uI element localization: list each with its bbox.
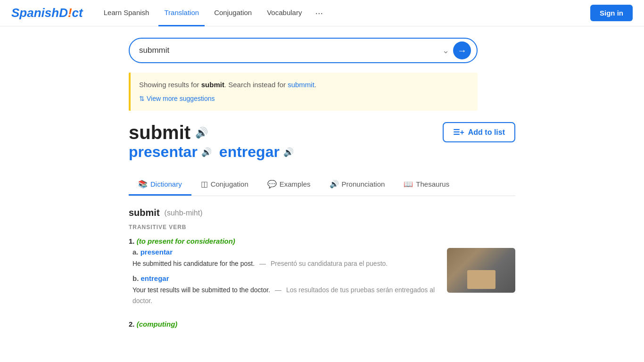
translations-row: presentar 🔊 entregar 🔊 xyxy=(129,143,294,161)
add-to-list-icon: ☰+ xyxy=(453,128,464,137)
word-text: submit xyxy=(129,122,190,143)
definition-image xyxy=(447,248,515,293)
translation-word-text-2: entregar xyxy=(219,143,280,161)
translation-audio-icon-1[interactable]: 🔊 xyxy=(201,147,212,157)
tab-examples-label: Examples xyxy=(280,180,311,188)
sub-letter-b: b. xyxy=(132,274,139,282)
example-sentence-b: Your test results will be submitted to t… xyxy=(132,285,436,306)
definition-2: 2. (computing) xyxy=(129,320,515,328)
def-num-text-1: 1. xyxy=(129,237,135,245)
dict-word: submit xyxy=(129,207,160,218)
def-row-1: a. presentar He submitted his candidatur… xyxy=(129,248,515,312)
tab-dictionary-label: Dictionary xyxy=(150,180,182,188)
example-sentence-a: He submitted his candidature for the pos… xyxy=(132,258,436,269)
sub-letter-a: a. xyxy=(132,248,139,256)
sub-def-b: b. entregar Your test results will be su… xyxy=(129,274,436,306)
tab-conjugation-label: Conjugation xyxy=(211,180,248,188)
search-button[interactable]: → xyxy=(453,41,471,59)
main-nav: Learn Spanish Translation Conjugation Vo… xyxy=(98,0,590,26)
def-number-1: 1. (to present for consideration) xyxy=(129,237,515,245)
correction-notice: Showing results for submit. Search inste… xyxy=(129,73,478,111)
search-dropdown-icon[interactable]: ⌄ xyxy=(438,45,453,56)
nav-item-vocabulary[interactable]: Vocabulary xyxy=(261,0,307,26)
tab-pronunciation[interactable]: 🔊 Pronunciation xyxy=(320,174,395,196)
tab-pronunciation-label: Pronunciation xyxy=(342,180,385,188)
translation-presentar[interactable]: presentar 🔊 xyxy=(129,143,212,161)
nav-item-translation[interactable]: Translation xyxy=(158,0,205,26)
definition-image-inner xyxy=(447,248,515,293)
suggestions-label: View more suggestions xyxy=(147,93,215,104)
add-to-list-label: Add to list xyxy=(468,128,505,137)
translation-word-text-1: presentar xyxy=(129,143,198,161)
tab-examples[interactable]: 💬 Examples xyxy=(258,174,320,196)
word-phonetic-row: submit (suhb-miht) xyxy=(129,207,515,218)
main-content: ⌄ → Showing results for submit. Search i… xyxy=(110,26,534,348)
header: SpanishD!ct Learn Spanish Translation Co… xyxy=(0,0,644,26)
tab-dictionary[interactable]: 📚 Dictionary xyxy=(129,174,191,196)
sign-in-button[interactable]: Sign in xyxy=(590,5,633,21)
tab-examples-icon: 💬 xyxy=(267,180,277,189)
word-title: submit 🔊 xyxy=(129,122,294,143)
sub-def-a: a. presentar He submitted his candidatur… xyxy=(129,248,436,269)
separator-b: — xyxy=(275,286,281,294)
tab-dictionary-icon: 📚 xyxy=(138,180,148,189)
corrected-word[interactable]: submit xyxy=(201,81,224,89)
pos-label: TRANSITIVE VERB xyxy=(129,224,515,230)
example-en-b: Your test results will be submitted to t… xyxy=(132,286,270,294)
def-num-text-2: 2. xyxy=(129,320,135,328)
def-number-2: 2. (computing) xyxy=(129,320,515,328)
nav-item-learn-spanish[interactable]: Learn Spanish xyxy=(98,0,155,26)
correction-prefix: Showing results for xyxy=(139,81,201,89)
def-context-2: (computing) xyxy=(137,320,178,328)
sub-label-b: b. entregar xyxy=(132,274,436,282)
search-input[interactable] xyxy=(139,46,438,55)
logo-text: SpanishD!ct xyxy=(11,6,83,20)
word-header: submit 🔊 presentar 🔊 entregar 🔊 ☰+ Add t… xyxy=(129,122,515,170)
dict-phonetic: (suhb-miht) xyxy=(165,209,203,217)
tab-conjugation-icon: ◫ xyxy=(201,180,208,189)
original-word-link[interactable]: submmit xyxy=(288,81,314,89)
sub-word-entregar[interactable]: entregar xyxy=(141,274,169,282)
sub-label-a: a. presentar xyxy=(132,248,436,256)
definition-1: 1. (to present for consideration) a. pre… xyxy=(129,237,515,312)
search-bar: ⌄ → xyxy=(129,38,478,63)
example-es-a: Presentó su candidatura para el puesto. xyxy=(271,260,388,267)
tab-pronunciation-icon: 🔊 xyxy=(330,180,339,189)
tab-conjugation[interactable]: ◫ Conjugation xyxy=(191,174,258,196)
example-en-a: He submitted his candidature for the pos… xyxy=(132,260,255,267)
add-to-list-button[interactable]: ☰+ Add to list xyxy=(443,122,515,142)
view-suggestions-link[interactable]: ⇅ View more suggestions xyxy=(139,93,215,104)
tab-thesaurus-icon: 📖 xyxy=(404,180,413,189)
sort-icon: ⇅ xyxy=(139,93,145,104)
separator-a: — xyxy=(259,260,266,267)
tab-bar: 📚 Dictionary ◫ Conjugation 💬 Examples 🔊 … xyxy=(129,174,515,196)
correction-middle: . Search instead for xyxy=(224,81,288,89)
def-context-1: (to present for consideration) xyxy=(137,237,235,245)
tab-thesaurus[interactable]: 📖 Thesaurus xyxy=(394,174,459,196)
correction-suffix: . xyxy=(314,81,316,89)
word-title-group: submit 🔊 presentar 🔊 entregar 🔊 xyxy=(129,122,294,170)
translation-audio-icon-2[interactable]: 🔊 xyxy=(283,147,294,157)
word-audio-icon[interactable]: 🔊 xyxy=(195,127,208,139)
sub-word-presentar[interactable]: presentar xyxy=(140,248,173,256)
dictionary-content: submit (suhb-miht) TRANSITIVE VERB 1. (t… xyxy=(129,207,515,328)
tab-thesaurus-label: Thesaurus xyxy=(416,180,449,188)
translation-entregar[interactable]: entregar 🔊 xyxy=(219,143,294,161)
site-logo[interactable]: SpanishD!ct xyxy=(11,6,83,20)
logo-exclaim: ! xyxy=(68,6,72,20)
nav-item-conjugation[interactable]: Conjugation xyxy=(208,0,257,26)
def-text-col-1: a. presentar He submitted his candidatur… xyxy=(129,248,436,312)
nav-more-icon[interactable]: ··· xyxy=(311,8,327,18)
